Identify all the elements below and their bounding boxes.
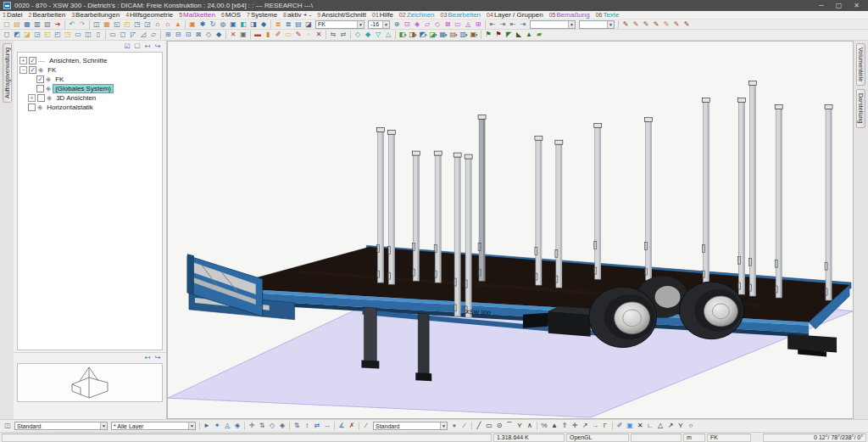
floor-style-combo-icon[interactable]: ◪▾ [428, 31, 438, 40]
menu-hilfsgeometrie[interactable]: 4Hilfsgeometrie [125, 11, 173, 20]
polyline-tool-icon[interactable]: ∧ [525, 422, 535, 431]
select-arrow-icon[interactable]: ► [202, 422, 212, 431]
board-yellow-icon[interactable]: ▭ [283, 31, 293, 40]
view-combo[interactable]: ▼ [530, 20, 576, 29]
percent-icon[interactable]: % [539, 422, 549, 431]
back-arrow-icon[interactable]: ↤ [142, 42, 153, 51]
menu-systeme[interactable]: 7Systeme [247, 11, 277, 20]
layer-filter-combo[interactable]: * Alle Layer▼ [111, 422, 196, 430]
tree-checkbox[interactable]: ✓ [29, 57, 36, 64]
home-alt-icon[interactable]: ⌂ [163, 20, 173, 29]
section-corner-icon[interactable]: ◿ [138, 31, 148, 40]
drawing-style-combo-arrow-icon[interactable]: ▼ [100, 422, 107, 429]
beam-red-icon[interactable]: ▬ [253, 31, 263, 40]
menu-ansicht-schnitt[interactable]: 9Ansicht/Schnitt [317, 11, 366, 20]
sort-updown-icon[interactable]: ⇅ [292, 422, 302, 431]
pen-tool-2-icon[interactable]: ✎ [631, 20, 641, 29]
row-style-combo-icon[interactable]: ▥▾ [459, 31, 469, 40]
undo-icon[interactable]: ↶ [67, 20, 77, 29]
scale-combo[interactable]: -16▼ [368, 20, 390, 29]
pen-tool-6-icon[interactable]: ✎ [671, 20, 682, 29]
align-tri-icon[interactable]: ◬ [222, 422, 232, 431]
zoom-all-icon[interactable]: ⊠ [193, 31, 203, 40]
open-position-icon[interactable]: ◫ [92, 20, 102, 29]
dimension-diamond-icon[interactable]: ◇ [432, 20, 442, 29]
view-split-icon[interactable]: ◫ [83, 31, 93, 40]
pen-style-combo[interactable]: Standard▼ [373, 422, 448, 430]
zones-icon[interactable]: ◆ [259, 20, 269, 29]
menu-datei[interactable]: 1Datei [3, 11, 23, 20]
arc-tool-icon[interactable]: ⌒ [504, 422, 515, 431]
view-tab-first-icon[interactable]: ⇤ [487, 20, 498, 29]
menu-hilfe[interactable]: 01Hilfe [372, 11, 393, 20]
exit-panel-icon[interactable]: ↪ [153, 42, 163, 51]
detail-combo-arrow-icon[interactable]: ▼ [607, 21, 614, 28]
view-tab-prev-icon[interactable]: ⇥ [498, 20, 508, 29]
layer-filter-combo-arrow-icon[interactable]: ▼ [188, 422, 195, 429]
cross-move-icon[interactable]: ✛ [247, 422, 257, 431]
view-tab-last-icon[interactable]: ⇥ [518, 20, 528, 29]
move-origin-icon[interactable]: ⊕ [392, 20, 402, 29]
selection-box-icon[interactable]: ▣ [625, 422, 635, 431]
node-diamond-icon[interactable]: ◇ [353, 31, 363, 40]
pen-tool-7-icon[interactable]: ✎ [682, 20, 692, 29]
menu-bearbeiten[interactable]: 03Bearbeiten [441, 11, 481, 20]
fork-tool-icon[interactable]: Y [676, 422, 686, 431]
view-combo-arrow-icon[interactable]: ▼ [568, 21, 575, 28]
zoom-window-icon[interactable]: ⊡ [183, 31, 193, 40]
bar-green-icon[interactable]: ▰ [534, 31, 544, 40]
sketch-pen-icon[interactable]: ✐ [615, 422, 625, 431]
dimension-grid-icon[interactable]: ⊞ [473, 20, 483, 29]
save-icon[interactable]: ▦ [22, 20, 32, 29]
circle-tool-icon[interactable]: ⊙ [494, 422, 504, 431]
list-style-combo-icon[interactable]: ▤▾ [448, 31, 459, 40]
redo-icon[interactable]: ↷ [77, 20, 87, 29]
block-style-combo-icon[interactable]: ▣▾ [469, 31, 479, 40]
print-icon[interactable]: ▧ [42, 20, 53, 29]
dimension-cross-icon[interactable]: ⊠ [442, 20, 453, 29]
tree-checkbox[interactable] [36, 85, 44, 92]
arrow-diag-icon[interactable]: ↗ [580, 422, 590, 431]
open-file-icon[interactable]: ▤ [12, 20, 22, 29]
menu-texte[interactable]: 06Texte [596, 11, 620, 20]
view-tl-icon[interactable]: ◱ [42, 31, 53, 40]
dimension-plane-icon[interactable]: ▱ [422, 20, 432, 29]
menu-bema-ung[interactable]: 05Bemaßung [549, 11, 590, 20]
view-bl-icon[interactable]: ◪ [22, 31, 32, 40]
node-down-icon[interactable]: ▽ [373, 31, 383, 40]
coordinate-system-combo[interactable]: FK▼ [315, 20, 364, 29]
report-icon[interactable]: ▤ [293, 20, 303, 29]
new-file-icon[interactable]: ▢ [2, 20, 12, 29]
erase-icon[interactable]: ✕ [314, 31, 324, 40]
cross-tool-icon[interactable]: ✕ [635, 422, 645, 431]
drawing-style-combo[interactable]: Standard▼ [14, 422, 108, 430]
rect-tool-icon[interactable]: ▭ [484, 422, 494, 431]
export-icon[interactable]: ◲ [142, 20, 153, 29]
pen-tool-1-icon[interactable]: ✎ [620, 20, 631, 29]
menu-bearbeitungen[interactable]: 3Bearbeitungen [71, 11, 120, 20]
exit-icon[interactable]: ➜ [53, 20, 63, 29]
delete-element-icon[interactable]: ✕ [228, 31, 238, 40]
grip-diamond-icon[interactable]: ◇ [267, 422, 277, 431]
rotate-icon[interactable]: ◆ [214, 31, 224, 40]
dimension-box-icon[interactable]: ⊡ [402, 20, 412, 29]
mirror-icon[interactable]: ↔ [322, 422, 332, 431]
back-arrow-icon[interactable]: ↤ [142, 354, 153, 363]
panel-yellow-icon[interactable]: ▫ [303, 31, 314, 40]
tree-expand-icon[interactable]: − [19, 66, 27, 74]
grid-document-icon[interactable]: ▦ [102, 20, 112, 29]
menu-aktiv-[interactable]: 8aktiv + - [283, 11, 311, 20]
flag-dark-icon[interactable]: ⚑ [493, 31, 504, 40]
tree-checkbox[interactable]: ✓ [36, 76, 44, 83]
tab-darstellung[interactable]: Darstellung [856, 89, 865, 127]
tree-item--globales-system-[interactable]: ◈(Globales System) [19, 84, 160, 93]
pen-tool-4-icon[interactable]: ✎ [651, 20, 661, 29]
import-icon[interactable]: ◳ [132, 20, 142, 29]
tree-item-fk[interactable]: ✓◈FK [19, 75, 160, 84]
delete-red-icon[interactable]: ✗ [347, 422, 357, 431]
copy-view-icon[interactable]: ◱ [112, 20, 122, 29]
peak-green-icon[interactable]: ▲ [524, 31, 534, 40]
solid-tri-icon[interactable]: ▲ [549, 422, 559, 431]
uncheck-all-icon[interactable]: ☐ [132, 42, 142, 51]
pan-icon[interactable]: ◇ [203, 31, 214, 40]
